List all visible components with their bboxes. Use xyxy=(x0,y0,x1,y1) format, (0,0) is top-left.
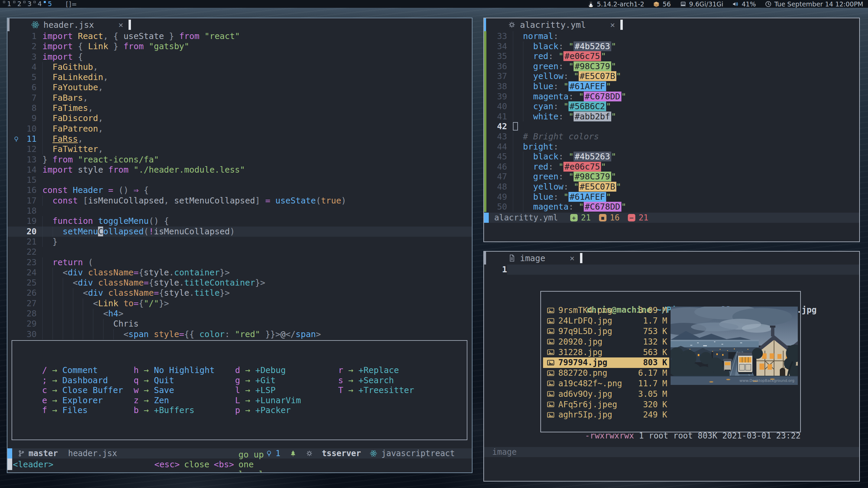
code-line[interactable]: 42 xyxy=(484,121,859,132)
whichkey-item[interactable]: d → +Debug xyxy=(235,365,338,375)
whichkey-item[interactable]: e → Explorer xyxy=(42,395,134,406)
code-line[interactable]: 7FaBars, xyxy=(7,93,472,103)
code-line[interactable]: 36green: "#98C379" xyxy=(484,61,859,72)
code-line[interactable]: 16const Header = () ⇒ { xyxy=(7,185,472,195)
code-line[interactable]: 44bright: xyxy=(484,142,859,152)
code-line[interactable]: 35red: "#e06c75" xyxy=(484,51,859,61)
code-line[interactable]: 21} xyxy=(7,237,472,247)
code-line[interactable]: 1import React, { useState } from "react" xyxy=(7,31,472,41)
tab-title[interactable]: image xyxy=(520,253,545,263)
editor-window-topright[interactable]: alacritty.yml ✕ 33normal:34black: "#4b52… xyxy=(483,18,860,242)
whichkey-item[interactable]: q → Quit xyxy=(134,375,235,386)
code-line[interactable]: 27<Link to={"/"}> xyxy=(7,298,472,309)
close-icon[interactable]: ✕ xyxy=(118,20,123,29)
code-area[interactable]: 1 xyxy=(484,265,859,275)
whichkey-item[interactable]: z → Zen xyxy=(134,395,235,406)
workspace-button[interactable]: 3 xyxy=(23,0,33,8)
code-line[interactable]: 10FaPatreon, xyxy=(7,124,472,134)
code-line[interactable]: 50magenta: "#C678DD" xyxy=(484,202,859,212)
tab-title[interactable]: header.jsx xyxy=(43,20,94,30)
workspace-list[interactable]: 12345 xyxy=(0,0,54,8)
file-row[interactable]: ad6v9Oy.jpg3.05M xyxy=(543,389,669,399)
whichkey-item[interactable]: ; → Dashboard xyxy=(42,375,134,386)
code-line[interactable]: 20setMenuCollapsed(!isMenuCollapsed) xyxy=(7,227,472,237)
code-line[interactable]: 6FaYoutube, xyxy=(7,82,472,93)
file-list[interactable]: 9rsmTK4.png3.09M24LrDFQ.jpg1.7M97q9L5D.j… xyxy=(543,305,669,420)
code-line[interactable]: 12FaTwitter, xyxy=(7,144,472,154)
code-line[interactable]: 37yellow: "#E5C07B" xyxy=(484,71,859,81)
whichkey-item[interactable]: p → +Packer xyxy=(235,405,338,415)
code-line[interactable]: 43# Bright colors xyxy=(484,132,859,142)
code-line[interactable]: 18 xyxy=(7,206,472,216)
code-line[interactable]: 24<div className={style.container}> xyxy=(7,268,472,278)
whichkey-item[interactable]: g → +Git xyxy=(235,375,338,386)
code-line[interactable]: 19function toggleMenu() { xyxy=(7,216,472,226)
file-row[interactable]: 9rsmTK4.png3.09M xyxy=(543,305,669,316)
code-line[interactable]: 8FaTimes, xyxy=(7,103,472,113)
close-icon[interactable]: ✕ xyxy=(570,254,575,262)
file-row[interactable]: 882720.png6.17M xyxy=(543,368,669,378)
code-line[interactable]: 39magenta: "#C678DD" xyxy=(484,92,859,102)
code-line[interactable]: 3import { xyxy=(7,52,472,62)
file-row[interactable]: 20920.jpg132K xyxy=(543,336,669,347)
whichkey-item[interactable]: w → Save xyxy=(134,385,235,395)
whichkey-item[interactable]: f → Files xyxy=(42,405,134,415)
workspace-button[interactable]: 5 xyxy=(43,0,54,8)
code-line[interactable]: 38blue: "#61AFEF" xyxy=(484,81,859,92)
code-line[interactable]: 4FaGithub, xyxy=(7,62,472,72)
line-number: 13 xyxy=(21,155,37,165)
code-line[interactable]: 46red: "#e06c75" xyxy=(484,162,859,172)
workspace-button[interactable]: 4 xyxy=(33,0,43,8)
code-line[interactable]: 34black: "#4b5263" xyxy=(484,41,859,52)
whichkey-item[interactable]: T → +Treesitter xyxy=(338,385,467,395)
workspace-button[interactable]: 2 xyxy=(13,0,23,8)
code-line[interactable]: 41white: "#abb2bf" xyxy=(484,112,859,122)
code-line[interactable]: 45black: "#4b5263" xyxy=(484,152,859,162)
code-line[interactable]: 48yellow: "#E5C07B" xyxy=(484,182,859,192)
whichkey-item[interactable]: l → +LSP xyxy=(235,385,338,395)
workspace-button[interactable]: 1 xyxy=(3,0,13,8)
code-line[interactable]: 13} from "react-icons/fa" xyxy=(7,155,472,165)
code-line[interactable]: 47green: "#98C379" xyxy=(484,172,859,182)
code-line[interactable]: 9FaDiscord, xyxy=(7,113,472,123)
whichkey-item[interactable]: / → Comment xyxy=(42,365,134,375)
file-row[interactable]: 24LrDFQ.jpg1.7M xyxy=(543,316,669,326)
editor-window-bottomright[interactable]: image ✕ 1 chris@machine ~/Pictures/wallp… xyxy=(483,251,860,482)
whichkey-item[interactable]: b → +Buffers xyxy=(134,405,235,415)
whichkey-item[interactable]: h → No Highlight xyxy=(134,365,235,375)
file-row[interactable]: 97q9L5D.jpg753K xyxy=(543,326,669,337)
file-row[interactable]: 799794.jpg803K xyxy=(543,357,669,368)
tab-title[interactable]: alacritty.yml xyxy=(520,20,586,30)
code-line[interactable]: 15 xyxy=(7,175,472,185)
whichkey-item[interactable]: L → +LunarVim xyxy=(235,395,338,406)
code-line[interactable]: 11FaRss, xyxy=(7,134,472,144)
code-line[interactable]: 28<h4> xyxy=(7,309,472,319)
code-line[interactable]: 22 xyxy=(7,247,472,257)
file-row[interactable]: a19c482f~.png11.7M xyxy=(543,378,669,389)
code-area[interactable]: 33normal:34black: "#4b5263"35red: "#e06c… xyxy=(484,31,859,212)
whichkey-item[interactable]: s → +Search xyxy=(338,375,467,386)
code-line[interactable]: 33normal: xyxy=(484,31,859,41)
code-line[interactable]: 14import style from "./header.module.les… xyxy=(7,165,472,175)
code-line[interactable]: 17const [isMenuCollapsed, setMenuCollaps… xyxy=(7,196,472,206)
code-line[interactable]: 29Chris xyxy=(7,319,472,329)
code-line[interactable]: 26<div className={style.title}> xyxy=(7,288,472,298)
close-icon[interactable]: ✕ xyxy=(610,20,615,29)
code-line[interactable]: 1 xyxy=(484,265,859,275)
whichkey-item[interactable]: c → Close Buffer xyxy=(42,385,134,395)
code-line[interactable]: 40cyan: "#56B6C2" xyxy=(484,101,859,112)
file-row[interactable]: aghr5Ip.jpg249K xyxy=(543,410,669,420)
code-line[interactable]: 2import { Link } from "gatsby" xyxy=(7,41,472,52)
code-line[interactable]: 23return ( xyxy=(7,257,472,268)
code-line[interactable]: 30<span style={{ color: "red" }}>@</span… xyxy=(7,329,472,339)
git-added-icon: ＋ xyxy=(570,214,578,221)
code-line[interactable]: 5FaLinkedin, xyxy=(7,72,472,82)
whichkey-item[interactable]: r → +Replace xyxy=(338,365,467,375)
sign-column xyxy=(7,196,21,206)
editor-window-left[interactable]: header.jsx ✕ 1import React, { useState }… xyxy=(7,18,472,473)
code-area[interactable]: 1import React, { useState } from "react"… xyxy=(7,31,472,339)
code-line[interactable]: 49blue: "#61AFEF" xyxy=(484,192,859,202)
file-row[interactable]: AFq5r6j.jpeg320K xyxy=(543,399,669,410)
file-row[interactable]: 31228.jpg563K xyxy=(543,347,669,357)
code-line[interactable]: 25<div className={style.titleContainer}> xyxy=(7,278,472,288)
